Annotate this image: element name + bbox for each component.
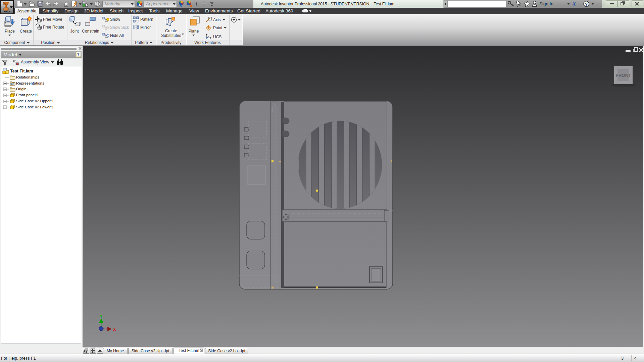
svg-text:Y: Y — [100, 314, 103, 319]
svg-text:X: X — [113, 327, 116, 332]
svg-text:f: f — [196, 1, 198, 7]
svg-text:FRONT: FRONT — [616, 73, 631, 78]
svg-text:?: ? — [585, 2, 588, 7]
svg-text:x: x — [198, 3, 200, 7]
svg-text:X: X — [572, 1, 577, 7]
svg-text:?: ? — [77, 52, 80, 57]
svg-text:!: ! — [107, 27, 108, 29]
